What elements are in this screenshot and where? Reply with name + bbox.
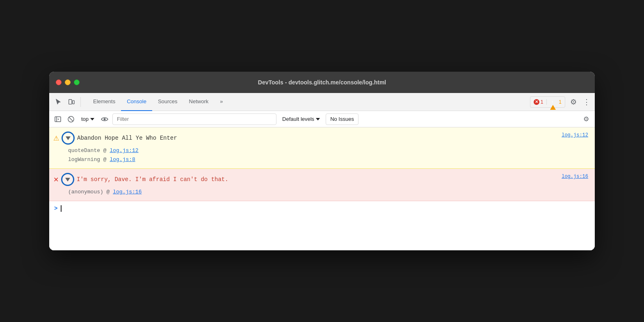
svg-marker-4 [58, 118, 59, 120]
clear-icon [68, 116, 74, 122]
tab-list: Elements Console Sources Network » [87, 93, 229, 111]
console-settings-button[interactable]: ⚙ [581, 114, 591, 125]
tab-more[interactable]: » [214, 93, 228, 111]
warning-message-text: Abandon Hope All Ye Who Enter [77, 135, 177, 141]
error-badge: ✕ 1 [534, 99, 544, 105]
stack-link-1[interactable]: log.js:12 [110, 147, 138, 154]
tab-console[interactable]: Console [121, 93, 152, 111]
minimize-button[interactable] [65, 79, 71, 85]
chevron-down-icon [90, 118, 94, 120]
error-circle-icon: ✕ [534, 99, 539, 105]
expand-arrow-icon-error [65, 178, 70, 181]
sidebar-icon [55, 116, 61, 122]
frame-context-selector[interactable]: top [79, 115, 97, 123]
warn-triangle-icon [550, 99, 556, 110]
svg-point-7 [104, 118, 106, 120]
tab-sources[interactable]: Sources [152, 93, 183, 111]
devtools-body: Elements Console Sources Network » [49, 93, 595, 250]
log-level-selector[interactable]: Default levels [279, 115, 323, 123]
stack-frame-anon: (anonymous) @ log.js:16 [68, 188, 590, 197]
warn-badge: 1 [550, 99, 562, 105]
device-icon [68, 98, 75, 106]
devtools-window: DevTools - devtools.glitch.me/console/lo… [49, 72, 595, 250]
expand-arrow-highlight-error[interactable] [61, 173, 74, 186]
error-source-link[interactable]: log.js:16 [562, 174, 588, 179]
traffic-lights [56, 79, 80, 85]
prompt-symbol: > [54, 205, 57, 212]
error-row-header: ✕ I'm sorry, Dave. I'm afraid I can't do… [53, 173, 590, 186]
warning-icon: ⚠ [53, 134, 59, 142]
warning-message-row: ⚠ Abandon Hope All Ye Who Enter quoteDan… [49, 127, 595, 169]
svg-rect-1 [73, 100, 75, 104]
expand-arrow-icon [66, 136, 71, 140]
clear-console-button[interactable] [66, 114, 76, 125]
error-icon: ✕ [53, 176, 59, 184]
tab-elements[interactable]: Elements [87, 93, 121, 111]
console-content: ⚠ Abandon Hope All Ye Who Enter quoteDan… [49, 127, 595, 250]
eye-icon [101, 117, 108, 122]
warning-source-link[interactable]: log.js:12 [562, 132, 588, 138]
stack-frame-2: logWarning @ log.js:8 [68, 155, 590, 164]
svg-line-6 [69, 117, 73, 121]
toolbar-divider-1 [80, 97, 81, 107]
tab-network[interactable]: Network [183, 93, 215, 111]
device-toolbar-button[interactable] [66, 96, 77, 108]
filter-input[interactable] [112, 113, 276, 125]
console-input-row: > [49, 201, 595, 216]
maximize-button[interactable] [74, 79, 80, 85]
live-expressions-button[interactable] [99, 114, 110, 125]
no-issues-button[interactable]: No Issues [326, 113, 359, 125]
console-toolbar: top Default levels [49, 111, 595, 127]
prompt-cursor [61, 205, 62, 212]
chevron-down-icon-2 [316, 118, 320, 120]
expand-arrow-highlight-warning[interactable] [62, 132, 75, 145]
title-bar: DevTools - devtools.glitch.me/console/lo… [49, 72, 595, 93]
show-console-sidebar-button[interactable] [53, 114, 63, 125]
stack-frame-1: quoteDante @ log.js:12 [68, 146, 590, 155]
error-message-row: ✕ I'm sorry, Dave. I'm afraid I can't do… [49, 169, 595, 201]
error-message-text: I'm sorry, Dave. I'm afraid I can't do t… [77, 176, 228, 183]
top-toolbar: Elements Console Sources Network » [49, 93, 595, 111]
stack-link-anon[interactable]: log.js:16 [113, 189, 142, 195]
warning-stack-trace: quoteDante @ log.js:12 logWarning @ log.… [53, 146, 590, 164]
more-options-button[interactable]: ⋮ [582, 96, 591, 108]
inspect-element-button[interactable] [53, 96, 64, 108]
toolbar-right: ✕ 1 1 ⚙ ⋮ [530, 96, 591, 108]
error-warn-badge-group[interactable]: ✕ 1 1 [530, 96, 565, 108]
stack-link-2[interactable]: log.js:8 [110, 156, 135, 163]
error-stack-trace: (anonymous) @ log.js:16 [53, 188, 590, 197]
close-button[interactable] [56, 79, 62, 85]
badge-divider [546, 99, 547, 105]
settings-button[interactable]: ⚙ [568, 96, 579, 108]
window-title: DevTools - devtools.glitch.me/console/lo… [258, 79, 386, 86]
warning-row-header: ⚠ Abandon Hope All Ye Who Enter [53, 132, 590, 145]
cursor-icon [55, 98, 62, 106]
svg-rect-0 [69, 99, 72, 104]
